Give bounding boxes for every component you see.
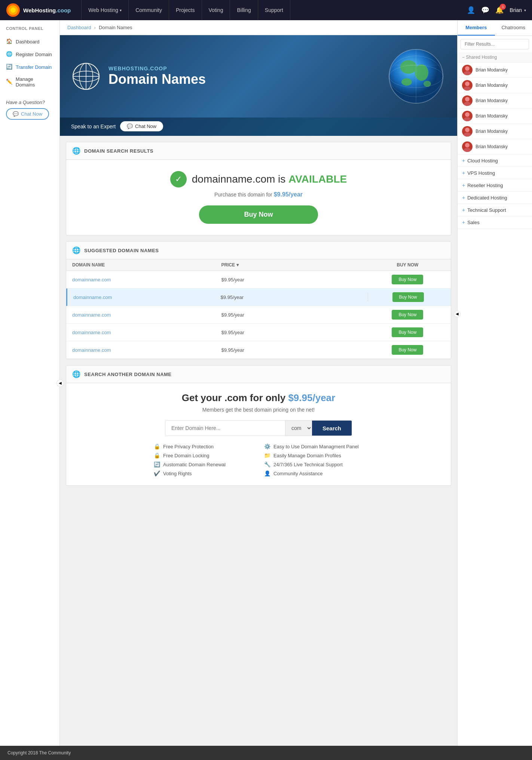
panel-section-vps-hosting[interactable]: + VPS Hosting (458, 167, 532, 179)
nav-billing[interactable]: Billing (230, 0, 258, 20)
feature-locking-text: Free Domain Locking (163, 453, 210, 458)
user-name: Brian (510, 7, 522, 13)
sidebar-label-dashboard: Dashboard (16, 39, 40, 45)
sidebar-chat-button[interactable]: 💬 Chat Now (6, 108, 49, 120)
price-sort-icon[interactable]: ▾ (236, 262, 239, 268)
buy-button-5[interactable]: Buy Now (392, 345, 423, 355)
nav-support[interactable]: Support (258, 0, 290, 20)
domain-available-content: ✓ domainname.com is AVAILABLE Purchase t… (66, 160, 451, 235)
col-domain-header: Domain Name (72, 262, 221, 268)
member-avatar-2 (462, 80, 473, 91)
vps-hosting-expand-icon: + (462, 170, 465, 176)
member-item[interactable]: Brian Modansky (458, 109, 532, 124)
breadcrumb-dashboard[interactable]: Dashboard (67, 25, 91, 30)
nav-community[interactable]: Community (129, 0, 169, 20)
member-avatar-1 (462, 65, 473, 75)
member-item[interactable]: Brian Modansky (458, 124, 532, 139)
search-another-domain-card: 🌐 Search Another Domain Name Get your .c… (66, 365, 451, 486)
sidebar-collapse-arrow[interactable]: ◀ (56, 379, 64, 387)
table-row: domainname.com $9.95/year Buy Now (66, 324, 451, 341)
cloud-hosting-expand-icon: + (462, 158, 465, 164)
logo[interactable]: WebHosting.coop (6, 3, 71, 17)
technical-support-expand-icon: + (462, 207, 465, 213)
row-buy-5: Buy Now (370, 345, 445, 355)
feature-locking: 🔒 Free Domain Locking (154, 452, 253, 458)
member-item[interactable]: Brian Modansky (458, 62, 532, 78)
svg-point-18 (465, 66, 470, 71)
svg-point-2 (10, 7, 16, 13)
panel-section-cloud-hosting[interactable]: + Cloud Hosting (458, 155, 532, 167)
svg-point-19 (464, 71, 471, 75)
top-navigation: WebHosting.coop Web Hosting ▾ Community … (0, 0, 532, 20)
hero-bottom: Speak to an Expert 💬 Chat Now (60, 117, 457, 136)
member-item[interactable]: Brian Modansky (458, 139, 532, 155)
footer: Copyright 2018 The Community (0, 746, 532, 760)
nav-web-hosting[interactable]: Web Hosting ▾ (81, 0, 129, 20)
domain-search-title: Domain Search Results (84, 148, 153, 154)
row-domain-5[interactable]: domainname.com (72, 347, 221, 353)
filter-input[interactable] (461, 39, 529, 49)
dedicated-hosting-label: Dedicated Hosting (467, 195, 507, 201)
right-panel-expand-arrow[interactable]: ◀ (454, 311, 461, 317)
voting-icon: ✔️ (154, 470, 160, 476)
profiles-icon: 📁 (264, 452, 270, 458)
tab-members[interactable]: Members (458, 20, 495, 36)
user-menu[interactable]: Brian ▾ (510, 7, 526, 13)
breadcrumb: Dashboard › Domain Names (60, 20, 457, 35)
nav-projects[interactable]: Projects (169, 0, 202, 20)
nav-voting[interactable]: Voting (202, 0, 230, 20)
sidebar-item-transfer-domain[interactable]: 🔄 Transfer Domain (0, 61, 59, 73)
suggested-domains-card: 🌐 Suggested Domain Names Domain Name Pri… (66, 241, 451, 359)
row-domain-2[interactable]: domainname.com (73, 294, 221, 300)
member-item[interactable]: Brian Modansky (458, 93, 532, 109)
domain-search-input[interactable] (165, 421, 285, 436)
panel-section-technical-support[interactable]: + Technical Support (458, 204, 532, 216)
sidebar-item-dashboard[interactable]: 🏠 Dashboard (0, 35, 59, 48)
panel-section-reseller-hosting[interactable]: + Reseller Hosting (458, 179, 532, 192)
row-domain-1[interactable]: domainname.com (72, 277, 221, 283)
tab-chatrooms[interactable]: Chatrooms (495, 20, 532, 36)
table-header: Domain Name Price ▾ Buy Now (66, 259, 451, 271)
nav-right: 👤 💬 🔔 1 Brian ▾ (467, 6, 526, 14)
shared-hosting-expand[interactable]: − (462, 55, 465, 60)
sidebar: Control Panel 🏠 Dashboard 🌐 Register Dom… (0, 20, 60, 746)
hero-chat-button[interactable]: 💬 Chat Now (120, 121, 163, 131)
hero-left: WEBHOSTING.COOP Domain Names (71, 61, 206, 91)
panel-section-sales[interactable]: + Sales (458, 216, 532, 229)
privacy-icon: 🔒 (154, 443, 160, 449)
row-buy-3: Buy Now (370, 310, 445, 320)
member-name-4: Brian Modansky (476, 113, 508, 119)
notification-icon[interactable]: 🔔 1 (495, 6, 504, 14)
notification-badge: 1 (500, 4, 506, 10)
purchase-text: Purchase this domain for $9.95/year (74, 191, 443, 198)
sidebar-item-manage-domains[interactable]: ✏️ Manage Domains (0, 73, 59, 91)
tld-select[interactable]: com net org co (285, 421, 312, 436)
hero-content: WEBHOSTING.COOP Domain Names (60, 35, 457, 117)
sidebar-item-register-domain[interactable]: 🌐 Register Domain (0, 48, 59, 61)
row-price-2: $9.95/year (221, 294, 368, 300)
member-name-3: Brian Modansky (476, 98, 508, 103)
buy-button-2[interactable]: Buy Now (392, 292, 424, 302)
row-domain-3[interactable]: domainname.com (72, 312, 221, 318)
buy-button-1[interactable]: Buy Now (392, 275, 423, 284)
member-avatar-6 (462, 141, 473, 152)
domain-name-display: domainname.com is AVAILABLE (192, 173, 347, 185)
buy-now-button[interactable]: Buy Now (199, 205, 318, 224)
panel-section-dedicated-hosting[interactable]: + Dedicated Hosting (458, 192, 532, 204)
breadcrumb-current: Domain Names (99, 25, 132, 30)
buy-button-3[interactable]: Buy Now (392, 310, 423, 320)
feature-privacy: 🔒 Free Privacy Protection (154, 443, 253, 449)
feature-profiles: 📁 Easily Manage Domain Profiles (264, 452, 363, 458)
feature-profiles-text: Easily Manage Domain Profiles (273, 453, 341, 458)
chat-icon[interactable]: 💬 (481, 6, 489, 14)
row-buy-1: Buy Now (370, 275, 445, 284)
domain-search-button[interactable]: Search (312, 421, 352, 436)
member-item[interactable]: Brian Modansky (458, 78, 532, 93)
search-another-title: Search Another Domain Name (84, 372, 172, 377)
vertical-divider (368, 293, 368, 302)
row-domain-4[interactable]: domainname.com (72, 330, 221, 335)
buy-button-4[interactable]: Buy Now (392, 327, 423, 337)
row-price-1: $9.95/year (221, 277, 370, 283)
user-icon[interactable]: 👤 (467, 6, 475, 14)
member-avatar-3 (462, 95, 473, 106)
